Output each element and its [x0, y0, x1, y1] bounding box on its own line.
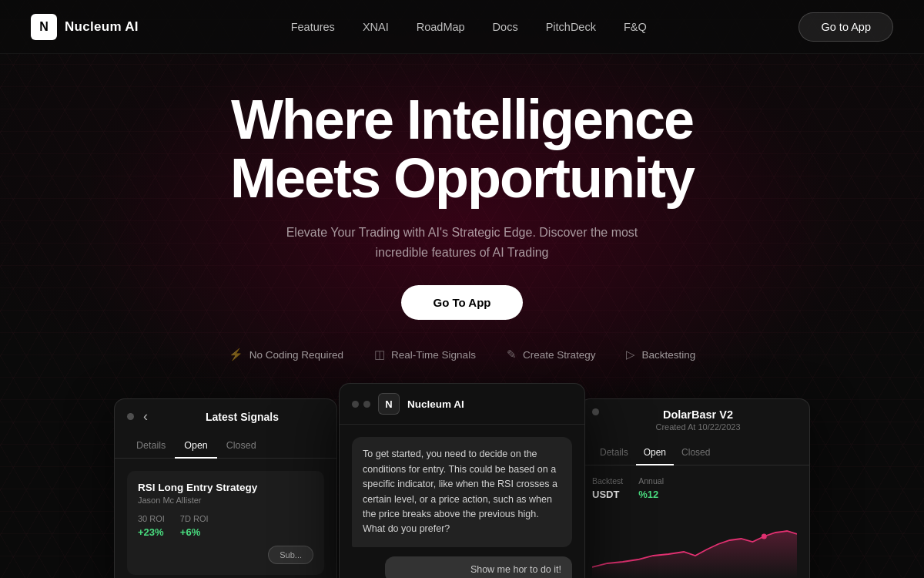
feature-label-3: Backtesting	[641, 349, 695, 361]
stat-7d-roi-value: +6%	[180, 526, 209, 538]
feature-backtesting: ▷ Backtesting	[626, 348, 695, 361]
feature-create-strategy: ✎ Create Strategy	[507, 348, 596, 361]
stat-30-roi-label: 30 ROI	[138, 514, 165, 523]
chat-ai-bubble: To get started, you need to decide on th…	[352, 437, 572, 546]
nav-xnai[interactable]: XNAI	[363, 21, 389, 33]
right-tab-details[interactable]: Details	[592, 441, 636, 465]
right-tab-closed[interactable]: Closed	[674, 441, 718, 465]
strategy-title-area: DolarBasr V2 Created At 10/22/2023	[599, 408, 797, 432]
card-left-tabs: Details Open Closed	[115, 434, 336, 459]
brand-name: Nucleum AI	[65, 19, 139, 35]
chat-title: Nucleum AI	[407, 398, 464, 410]
hero-subtitle: Elevate Your Trading with AI's Strategic…	[277, 223, 647, 262]
strategy-date: Created At 10/22/2023	[599, 422, 797, 432]
screenshots-area: ‹ Latest Signals Details Open Closed RSI…	[0, 383, 924, 578]
logo-letter: N	[39, 20, 49, 34]
annual-label: Annual	[638, 476, 664, 486]
signal-bottom: Sub...	[138, 546, 313, 564]
chat-user-bubble: Show me hor to do it!	[385, 556, 572, 578]
right-stat-backtest: Backtest USDT	[592, 476, 623, 500]
backtest-label: Backtest	[592, 476, 623, 486]
backtest-value: USDT	[592, 489, 623, 500]
back-button[interactable]: ‹	[140, 408, 151, 425]
stat-7d-roi: 7D ROI +6%	[180, 514, 209, 538]
card-right-header: DolarBasr V2 Created At 10/22/2023	[580, 399, 809, 441]
chat-header: N Nucleum AI	[340, 384, 584, 425]
nav-pitchdeck[interactable]: PitchDeck	[546, 21, 596, 33]
subscribe-button[interactable]: Sub...	[268, 546, 313, 564]
stat-30-roi-value: +23%	[138, 526, 165, 538]
hero-title: Where Intelligence Meets Opportunity	[230, 91, 694, 207]
right-tab-open[interactable]: Open	[636, 441, 674, 465]
signal-author: Jason Mc Allister	[138, 496, 313, 505]
tab-details[interactable]: Details	[127, 434, 175, 459]
nav-goto-app-button[interactable]: Go to App	[798, 12, 893, 42]
feature-label-0: No Coding Required	[249, 349, 343, 361]
hero-title-line1: Where Intelligence	[231, 89, 693, 150]
feature-no-coding: ⚡ No Coding Required	[229, 348, 343, 361]
nav-docs[interactable]: Docs	[493, 21, 518, 33]
card-chat: N Nucleum AI To get started, you need to…	[339, 383, 585, 578]
stat-7d-roi-label: 7D ROI	[180, 514, 209, 523]
chart-area	[580, 511, 809, 578]
chat-dot-1	[352, 401, 359, 408]
card-left-header: ‹ Latest Signals	[115, 399, 336, 434]
signal-stats: 30 ROI +23% 7D ROI +6%	[138, 514, 313, 538]
nav-faq[interactable]: F&Q	[624, 21, 647, 33]
chat-dots	[352, 401, 370, 408]
signal-name: RSI Long Entry Strategy	[138, 482, 313, 493]
feature-label-2: Create Strategy	[523, 349, 596, 361]
signals-icon: ◫	[374, 348, 385, 361]
signal-item: RSI Long Entry Strategy Jason Mc Alliste…	[127, 471, 324, 575]
logo-area: N Nucleum AI	[31, 14, 139, 40]
card-left-title: Latest Signals	[160, 411, 324, 423]
chat-dot-2	[363, 401, 370, 408]
hero-cta-button[interactable]: Go To App	[401, 285, 524, 320]
chat-logo-icon: N	[378, 393, 400, 415]
card-left-body: RSI Long Entry Strategy Jason Mc Alliste…	[115, 459, 336, 578]
strategy-icon: ✎	[507, 348, 517, 361]
right-tabs: Details Open Closed	[580, 441, 809, 465]
right-stats-row: Backtest USDT Annual %12	[580, 465, 809, 511]
tab-closed[interactable]: Closed	[217, 434, 266, 459]
right-stat-annual: Annual %12	[638, 476, 664, 500]
coding-icon: ⚡	[229, 348, 243, 361]
logo-icon: N	[31, 14, 57, 40]
chat-body: To get started, you need to decide on th…	[340, 425, 584, 578]
svg-point-0	[762, 534, 767, 539]
navbar: N Nucleum AI Features XNAI RoadMap Docs …	[0, 0, 924, 54]
backtest-icon: ▷	[626, 348, 635, 361]
annual-value: %12	[638, 489, 664, 500]
chart-svg	[592, 517, 797, 578]
stat-30-roi: 30 ROI +23%	[138, 514, 165, 538]
hero-title-line2: Meets Opportunity	[230, 147, 694, 209]
card-latest-signals: ‹ Latest Signals Details Open Closed RSI…	[114, 398, 337, 578]
feature-bar: ⚡ No Coding Required ◫ Real-Time Signals…	[0, 348, 924, 361]
nav-links: Features XNAI RoadMap Docs PitchDeck F&Q	[291, 20, 647, 34]
feature-realtime-signals: ◫ Real-Time Signals	[374, 348, 476, 361]
card-dot	[127, 413, 134, 420]
card-right-dot	[592, 408, 599, 415]
nav-roadmap[interactable]: RoadMap	[417, 21, 465, 33]
card-strategy: DolarBasr V2 Created At 10/22/2023 Detai…	[579, 398, 810, 578]
nav-features[interactable]: Features	[291, 21, 335, 33]
hero-section: Where Intelligence Meets Opportunity Ele…	[0, 54, 924, 320]
feature-label-1: Real-Time Signals	[391, 349, 476, 361]
tab-open[interactable]: Open	[175, 434, 217, 459]
strategy-name: DolarBasr V2	[599, 408, 797, 421]
